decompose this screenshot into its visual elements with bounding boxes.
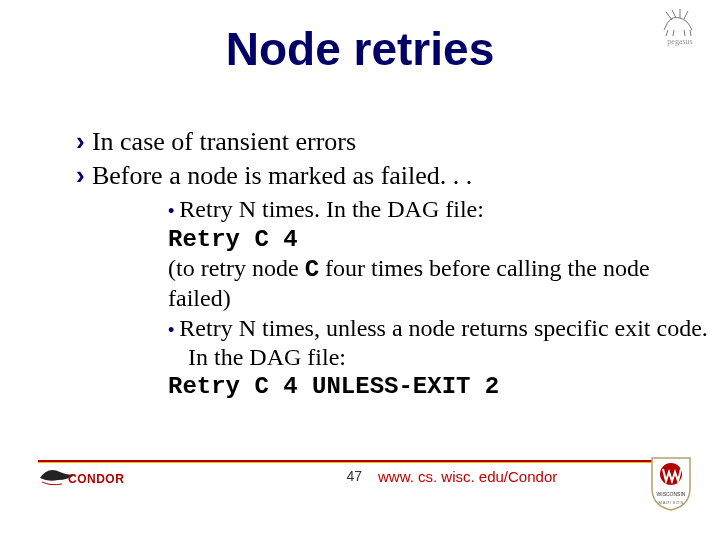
sub-list: Retry N times. In the DAG file: Retry C … <box>128 195 716 401</box>
slide: pegasus Node retries In case of transien… <box>0 0 720 540</box>
code-retry-1: Retry C 4 UNLESS-EXIT 2 <box>168 372 716 401</box>
code-retry-0: Retry C 4 <box>168 225 716 254</box>
bullet-1-text: Before a node is marked as failed. . . <box>92 161 472 190</box>
svg-text:M A D I S O N: M A D I S O N <box>659 500 684 505</box>
svg-text:WISCONSIN: WISCONSIN <box>657 491 686 497</box>
page-number: 47 <box>0 468 362 484</box>
sub-1: Retry N times, unless a node returns spe… <box>168 314 716 373</box>
bullet-list: In case of transient errors Before a nod… <box>36 126 716 403</box>
uw-crest: WISCONSIN M A D I S O N <box>648 454 694 512</box>
bullet-1: Before a node is marked as failed. . . R… <box>76 160 716 402</box>
bullet-0: In case of transient errors <box>76 126 716 158</box>
footer-url: www. cs. wisc. edu/Condor <box>378 468 557 485</box>
sub-0: Retry N times. In the DAG file: <box>168 195 716 224</box>
sub-paren: (to retry node C four times before calli… <box>168 254 716 314</box>
footer-divider <box>38 460 682 463</box>
slide-title: Node retries <box>0 22 720 76</box>
